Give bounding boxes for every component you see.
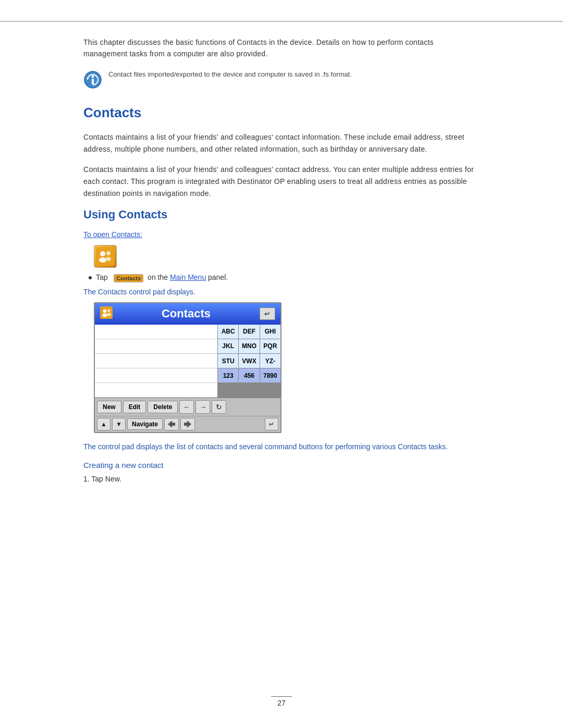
nav-icon-btn-1[interactable] — [164, 418, 179, 430]
bullet-point — [89, 276, 92, 279]
alpha-btn-yz[interactable]: YZ- — [260, 354, 280, 368]
control-pad-displays-label: The Contacts control pad displays. — [83, 288, 480, 296]
pad-controls-row: New Edit Delete ← → ↻ — [95, 398, 280, 416]
svg-rect-4 — [96, 247, 115, 266]
note-text: Contact files imported/exported to the d… — [108, 69, 352, 80]
svg-rect-2 — [92, 79, 94, 84]
refresh-button[interactable]: ↻ — [212, 400, 226, 414]
svg-point-12 — [107, 309, 111, 312]
contacts-app-icon — [94, 245, 117, 268]
navigate-button[interactable]: Navigate — [127, 418, 163, 430]
arrow-left-button[interactable]: ← — [179, 400, 194, 414]
pad-alpha-grid: ABC DEF GHI JKL MNO PQR STU VWX YZ- 123 … — [218, 325, 280, 398]
pad-header-icon — [100, 306, 113, 322]
svg-point-10 — [103, 309, 107, 313]
page-number-container: 27 — [0, 696, 563, 707]
tap-instruction-row: Tap Contacts on the Main Menu panel. — [89, 273, 480, 282]
intro-paragraph: This chapter discusses the basic functio… — [83, 36, 480, 60]
control-pad-description: The control pad displays the list of con… — [83, 441, 480, 453]
to-open-link[interactable]: To open Contacts: — [83, 230, 142, 239]
contacts-heading: Contacts — [83, 105, 480, 121]
alpha-btn-pqr[interactable]: PQR — [260, 339, 280, 353]
svg-point-13 — [107, 313, 111, 316]
svg-rect-9 — [100, 306, 113, 319]
alpha-btn-stu[interactable]: STU — [218, 354, 238, 368]
on-word: on the — [148, 273, 168, 281]
pad-list-row-5 — [95, 383, 217, 398]
page-number-rule — [271, 696, 292, 697]
alpha-btn-mno[interactable]: MNO — [239, 339, 259, 353]
pad-body: ABC DEF GHI JKL MNO PQR STU VWX YZ- 123 … — [95, 325, 280, 398]
pad-title: Contacts — [162, 307, 211, 320]
delete-button[interactable]: Delete — [148, 401, 178, 413]
pad-back-button[interactable]: ↵ — [260, 307, 275, 320]
alpha-btn-456[interactable]: 456 — [239, 368, 259, 382]
svg-point-1 — [92, 75, 94, 78]
contacts-para1: Contacts maintains a list of your friend… — [83, 131, 480, 155]
nav-down-button[interactable]: ▼ — [112, 418, 126, 430]
new-button[interactable]: New — [97, 401, 121, 413]
tap-label: Tap Contacts on the Main Menu panel. — [96, 273, 228, 282]
svg-point-5 — [100, 251, 105, 256]
alpha-btn-jkl[interactable]: JKL — [218, 339, 238, 353]
step-1: 1. Tap New. — [83, 475, 480, 483]
alpha-btn-def[interactable]: DEF — [239, 325, 259, 339]
contacts-inline-icon: Contacts — [114, 274, 143, 282]
arrow-right-button[interactable]: → — [195, 400, 210, 414]
pad-header: Contacts ↵ — [95, 303, 280, 325]
page-container: This chapter discusses the basic functio… — [0, 0, 563, 728]
alpha-btn-abc[interactable]: ABC — [218, 325, 238, 339]
svg-point-6 — [99, 257, 106, 263]
main-menu-link[interactable]: Main Menu — [170, 273, 206, 281]
svg-marker-14 — [168, 421, 175, 428]
pad-contact-list — [95, 325, 218, 398]
alpha-btn-123[interactable]: 123 — [218, 368, 238, 382]
page-number: 27 — [277, 699, 286, 707]
nav-icon-btn-2[interactable] — [180, 418, 195, 430]
pad-list-row-1 — [95, 325, 217, 339]
nav-back-btn[interactable]: ↵ — [265, 418, 278, 430]
note-box: Contact files imported/exported to the d… — [83, 69, 480, 89]
top-divider — [0, 21, 563, 22]
edit-button[interactable]: Edit — [123, 401, 146, 413]
pad-list-row-2 — [95, 339, 217, 354]
svg-point-7 — [106, 251, 111, 255]
note-icon — [83, 70, 102, 89]
pad-list-row-3 — [95, 354, 217, 368]
contacts-para2: Contacts maintains a list of your friend… — [83, 164, 480, 200]
nav-up-button[interactable]: ▲ — [97, 418, 111, 430]
content-area: This chapter discusses the basic functio… — [83, 36, 480, 483]
pad-list-row-4 — [95, 368, 217, 383]
tap-word: Tap — [96, 273, 108, 281]
svg-point-11 — [102, 313, 107, 317]
svg-point-8 — [106, 257, 111, 261]
pad-nav-row: ▲ ▼ Navigate ↵ — [95, 416, 280, 432]
alpha-btn-ghi[interactable]: GHI — [260, 325, 280, 339]
alpha-btn-vwx[interactable]: VWX — [239, 354, 259, 368]
panel-word: panel. — [208, 273, 228, 281]
creating-heading: Creating a new contact — [83, 461, 480, 470]
contacts-control-pad: Contacts ↵ ABC DEF GHI JKL — [94, 302, 282, 433]
svg-marker-15 — [184, 421, 191, 428]
using-contacts-heading: Using Contacts — [83, 208, 480, 221]
alpha-btn-7890[interactable]: 7890 — [260, 368, 280, 382]
